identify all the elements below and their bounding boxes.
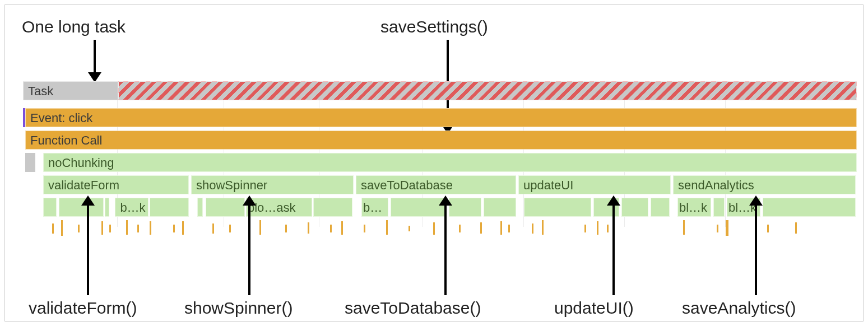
annotation-one-long-task: One long task [22,17,126,36]
tick-mark [229,225,231,232]
tick-mark [542,220,544,235]
tick-mark [364,225,365,232]
block-fragment [621,198,648,217]
block-b5: bl…k [727,198,760,217]
task-bar-short: Task [23,81,118,100]
tick-mark [173,225,175,232]
send-analytics-bar: sendAnalytics [673,175,856,194]
tick-mark [285,225,287,232]
block-b1: b…k [115,198,148,217]
block-b2: blo…ask [246,198,312,217]
block-fragment [206,198,245,217]
annotation-save-analytics: saveAnalytics() [682,299,796,318]
tick-mark [717,225,718,232]
block-fragment [197,198,203,217]
tick-mark [386,220,388,235]
update-ui-bar: updateUI [518,175,671,194]
tick-strip [5,220,863,237]
block-fragment [391,198,447,217]
function-call-bar: Function Call [25,131,857,150]
tick-mark [683,220,685,235]
tick-mark [61,220,63,236]
tick-mark [182,221,184,235]
block-fragment [524,198,591,217]
block-fragment [43,198,57,217]
tick-mark [584,225,586,232]
block-fragment [651,198,670,217]
tick-mark [500,221,502,235]
block-fragment [484,198,516,217]
tick-mark [52,223,54,234]
diagram-frame: One long task saveSettings() Task Event:… [4,4,864,322]
annotation-validate-form: validateForm() [29,299,137,318]
save-to-database-bar: saveToDatabase [356,175,516,194]
tick-mark [532,223,533,234]
annotation-show-spinner: showSpinner() [184,299,293,318]
flame-chart: Task Event: click Function Call noChunki… [5,81,863,249]
tick-mark [101,221,103,235]
tick-mark [480,222,482,234]
tick-mark [433,222,435,235]
tick-mark [607,225,609,232]
validate-form-bar: validateForm [43,175,189,194]
tick-mark [78,225,80,232]
annotation-save-settings: saveSettings() [380,17,488,36]
block-fragment [59,198,104,217]
tick-mark [508,225,510,232]
block-fragment [713,198,725,217]
tick-mark [767,225,769,232]
tick-mark [126,220,128,235]
tick-mark [150,221,151,235]
task-bar-long [118,81,857,100]
block-fragment [105,198,109,217]
tick-mark [459,225,461,232]
tick-mark [795,222,797,234]
tick-mark [597,221,598,235]
block-fragment [313,198,352,217]
tick-mark [137,225,139,232]
block-fragment [449,198,481,217]
annotation-update-ui: updateUI() [554,299,634,318]
tick-mark [330,225,332,232]
event-click-bar: Event: click [25,108,857,127]
block-fragment [763,198,856,217]
gray-sliver [25,153,35,172]
tick-mark [212,223,214,234]
no-chunking-bar: noChunking [43,153,857,172]
block-fragment [593,198,619,217]
show-spinner-bar: showSpinner [191,175,354,194]
block-fragment [150,198,189,217]
arrow-one-long-task [83,40,106,85]
tick-mark [409,226,410,231]
annotation-save-to-database: saveToDatabase() [345,299,481,318]
block-b3: b… [361,198,388,217]
tick-mark [726,220,728,236]
tick-mark [259,220,261,235]
block-b4: bl…k [677,198,711,217]
tick-mark [109,225,111,232]
tick-mark [341,221,343,235]
tick-mark [308,222,309,234]
